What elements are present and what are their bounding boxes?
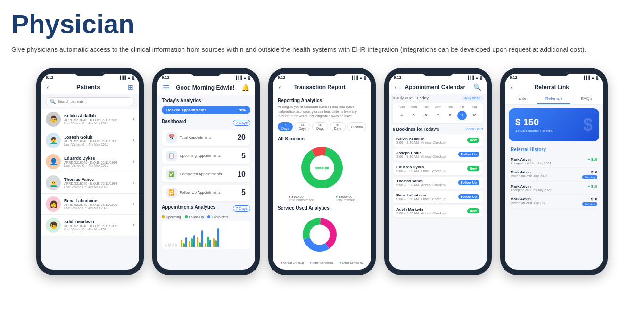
stat-label: Follow-Up Appointments — [180, 190, 221, 195]
search-icon[interactable]: 🔍 — [473, 83, 481, 91]
booking-info: Advin Markwin 9:00 – 9:30 AM · Annual Ch… — [396, 207, 467, 215]
back-icon[interactable]: ‹ — [511, 83, 513, 91]
wifi-icon: ▲ — [591, 76, 594, 79]
list-item[interactable]: 👤 Eduardo Dykes APRD-5218740 · D.O.B: 05… — [41, 151, 139, 172]
bar-completed — [193, 235, 195, 247]
history-name: Mark Advin — [511, 170, 547, 174]
filter-icon[interactable]: ⊞ — [128, 83, 133, 91]
chevron-right-icon: › — [133, 222, 134, 228]
cal-day-10[interactable]: 10 — [470, 111, 479, 120]
donut-chart-1: $8000.00 — [298, 144, 346, 191]
phone-1-search[interactable]: 🔍 — [46, 97, 134, 106]
list-item[interactable]: 👨 Kelvin Abdallah APRD-5218740 · D.O.B: … — [41, 109, 139, 130]
phone-4-icons: ▐▐▐ ▲ ▓ — [467, 76, 482, 79]
referral-amount: $ 150 — [515, 117, 553, 128]
cal-day-4[interactable]: 4 — [397, 111, 406, 120]
status-badge-followup: Follow Up — [458, 180, 479, 185]
history-info: Mark Advin Accepted on 23rd July 2021 — [511, 184, 552, 192]
battery-icon: ▓ — [596, 76, 598, 79]
filter-tab-14days[interactable]: 14 Days — [295, 122, 310, 131]
booking-item[interactable]: Eduardo Dykes 9:00 – 9:30 AM · Other Ser… — [393, 163, 483, 175]
list-item[interactable]: 👦 Advin Markwin APRD-5218740 · D.O.B: 05… — [41, 215, 139, 236]
phone-4-notch — [421, 68, 454, 76]
back-icon[interactable]: ‹ — [47, 83, 49, 91]
bar-followup — [183, 243, 185, 247]
legend-service1: ● Other Service 01 — [310, 262, 333, 264]
booking-name: Advin Markwin — [396, 207, 467, 212]
filter-tab-7days[interactable]: 7 Days — [278, 122, 293, 131]
booked-appointments-button[interactable]: Booked Appointments 70% — [162, 106, 250, 114]
wifi-icon: ▲ — [243, 76, 247, 79]
filter-tabs: 7 Days 14 Days 30 Days 90 Days Custom — [278, 122, 366, 131]
legend-label: Completed — [212, 215, 228, 219]
history-title: Referral History — [511, 147, 597, 152]
list-item[interactable]: 👩 Rena Lafontaine APRD-5218740 · D.O.B: … — [41, 194, 139, 215]
back-icon[interactable]: ‹ — [395, 83, 397, 91]
patient-name: Joseph Golub — [64, 135, 130, 139]
booking-item[interactable]: Joseph Golub 9:00 – 9:30 AM · Annual Che… — [393, 148, 483, 161]
phone-5-header: ‹ Referral Link — [505, 81, 603, 94]
booking-item[interactable]: Advin Markwin 9:00 – 9:30 AM · Annual Ch… — [393, 205, 483, 217]
list-item[interactable]: 👨‍🦱 Joseph Golub APRD-5218740 · D.O.B: 0… — [41, 130, 139, 151]
phone-1: 9:12 ▐▐▐ ▲ ▓ ‹ Patients ⊞ 🔍 — [36, 68, 144, 275]
status-badge-new: New — [467, 138, 479, 143]
history-info: Mark Advin Invited on 21st July 2021 — [511, 197, 547, 205]
phone-1-header: ‹ Patients ⊞ — [41, 81, 139, 94]
patient-info: Eduardo Dykes APRD-5218740 · D.O.B: 05/1… — [64, 156, 130, 167]
month-badge[interactable]: July 2021 — [462, 96, 483, 101]
cal-day-5[interactable]: 5 — [409, 111, 419, 120]
bar-upcoming — [197, 237, 198, 247]
list-item[interactable]: 👨‍🦳 Thomas Vance APRD-5218740 · D.O.B: 0… — [41, 172, 139, 194]
wifi-icon: ▲ — [359, 76, 363, 79]
patient-visited: Last Visited On: 4th May 2021 — [64, 143, 130, 146]
bar-followup — [191, 238, 193, 247]
history-date: Invited on 26th July 2021 — [511, 174, 547, 178]
stat-value: 5 — [241, 188, 246, 197]
cal-day-9-active[interactable]: 9 — [457, 111, 467, 120]
chart-y-axis: 40302010 — [165, 243, 178, 247]
booking-time: 9:00 – 9:30 AM · Annual Checkup — [396, 155, 458, 158]
stat-label: Upcoming Appointments — [180, 154, 221, 158]
day-fri: Fri — [456, 106, 469, 109]
cal-day-7[interactable]: 7 — [433, 111, 443, 120]
search-input[interactable] — [58, 99, 130, 104]
tab-invite[interactable]: Invite — [505, 94, 537, 104]
notification-icon[interactable]: 🔔 — [241, 84, 249, 91]
legend-dot-followup — [185, 215, 188, 218]
phone-1-title: Patients — [76, 83, 100, 90]
page-description: Give physicians automatic access to the … — [11, 44, 624, 55]
days-badge[interactable]: 7 Days — [233, 120, 250, 126]
patient-visited: Last Visited On: 4th May 2021 — [64, 185, 130, 188]
battery-icon: ▓ — [480, 76, 482, 79]
back-icon[interactable]: ‹ — [279, 83, 281, 91]
chevron-right-icon: › — [133, 201, 134, 206]
booking-item[interactable]: Thomas Vance 9:00 – 9:30 AM · Annual Che… — [393, 177, 483, 189]
cal-day-6[interactable]: 6 — [421, 111, 430, 120]
phone-2: 9:12 ▐▐▐ ▲ ▓ ☰ Good Morning Edwin! 🔔 Tod… — [152, 68, 260, 275]
bookings-title: 6 Bookings for Today's — [393, 127, 439, 131]
filter-tab-30days[interactable]: 30 Days — [312, 122, 328, 131]
tab-faqs[interactable]: FAQ's — [570, 94, 603, 104]
upcoming-icon: 📋 — [166, 151, 177, 161]
pending-badge: Pending — [582, 202, 597, 206]
phone-1-notch — [74, 68, 107, 76]
stat-left: 🔁 Follow-Up Appointments — [166, 188, 221, 198]
booking-item[interactable]: Kelvin Abdallah 9:00 – 9:30 AM · Annual … — [393, 134, 483, 147]
video-badge: Video Call ▾ — [465, 127, 483, 131]
history-pending-block: $10 Pending — [582, 170, 597, 179]
history-pending-block: $10 Pending — [582, 197, 597, 206]
search-icon: 🔍 — [50, 99, 56, 104]
booking-item[interactable]: Rena Lafontaine 9:00 – 9:30 AM · Other S… — [393, 191, 483, 203]
patient-name: Thomas Vance — [64, 177, 130, 182]
filter-tab-90days[interactable]: 90 Days — [330, 122, 346, 131]
menu-icon[interactable]: ☰ — [163, 83, 169, 92]
analytics-days-badge[interactable]: 7 Days — [233, 205, 250, 212]
tab-referrals[interactable]: Referrals — [537, 94, 570, 104]
cal-day-8[interactable]: 8 — [446, 111, 455, 120]
avatar: 👩 — [46, 196, 61, 212]
filter-tab-custom[interactable]: Custom — [347, 122, 366, 131]
bar-completed — [185, 237, 187, 247]
status-badge-new: New — [467, 166, 479, 171]
chevron-right-icon: › — [133, 138, 134, 143]
patient-detail: APRD-5218740 · D.O.B: 05/11/1992 — [64, 203, 130, 206]
